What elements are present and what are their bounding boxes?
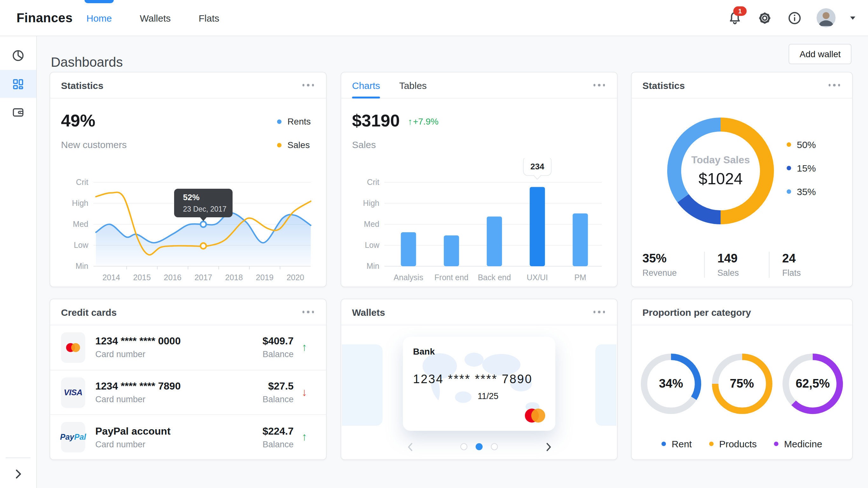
card-menu-button[interactable] [301, 81, 315, 90]
svg-text:High: High [363, 199, 379, 208]
sidebar-item-wallets[interactable] [0, 98, 36, 126]
card-info: PayPal account Card number [95, 425, 170, 449]
legend-dot [774, 441, 778, 446]
teams-bar-chart[interactable]: CritHighMedLowMinAnalysisFront endBack e… [351, 158, 606, 284]
chevron-left-icon [407, 442, 413, 452]
profile-dropdown-caret[interactable] [850, 16, 855, 20]
tab-charts[interactable]: Charts [352, 72, 380, 98]
dashboard-grid-icon [11, 77, 25, 91]
card-header: Charts Tables [341, 72, 617, 98]
bank-name: Bank [413, 346, 545, 357]
rents-sales-line-chart[interactable]: CritHighMedLowMin20142015201620172018201… [60, 176, 314, 284]
svg-text:Med: Med [73, 219, 88, 228]
stat-label: Sales [717, 268, 763, 278]
card-number: 1234 **** **** 7890 [95, 380, 181, 392]
carousel-next-card[interactable] [595, 344, 616, 426]
nav-tab-flats[interactable]: Flats [198, 0, 219, 36]
legend-label: Sales [287, 140, 310, 150]
legend-item-medicine: Medicine [774, 438, 822, 449]
bank-card[interactable]: Bank 1234 **** **** 7890 11/25 [403, 337, 555, 431]
navbar-actions: 1 [727, 0, 855, 36]
ring-value: 62,5% [782, 353, 843, 414]
main-content: Dashboards Add wallet Statistics 49% New… [36, 36, 868, 488]
credit-card-row-mastercard[interactable]: 1234 **** **** 0000 Card number $409.7 B… [50, 325, 326, 369]
add-wallet-button[interactable]: Add wallet [789, 44, 851, 64]
legend-dot [787, 142, 791, 147]
ellipsis-icon [593, 311, 595, 313]
legend-item-products: Products [709, 438, 756, 449]
card-header: Credit cards [50, 299, 326, 325]
card-header: Statistics [50, 72, 326, 98]
stat-label: Revenue [643, 268, 698, 278]
carousel-next-button[interactable] [541, 439, 556, 454]
ring-rent[interactable]: 34% [641, 353, 702, 414]
balance-label: Balance [262, 350, 293, 359]
legend-label: 15% [797, 163, 816, 174]
card-info: 1234 **** **** 0000 Card number [95, 336, 181, 359]
card-body: 34% 75% 62,5% Rent [631, 325, 852, 459]
today-sales-donut[interactable]: Today Sales $1024 [660, 111, 781, 231]
notifications-button[interactable]: 1 [727, 10, 742, 25]
card-header: Proportion per category [631, 299, 852, 325]
stat-sales: 149 Sales [704, 252, 769, 278]
carousel-prev-card[interactable] [342, 344, 382, 426]
sales-value: $3190 [352, 111, 400, 131]
carousel-dot[interactable] [460, 443, 467, 450]
legend-dot [787, 189, 791, 194]
svg-text:2017: 2017 [194, 273, 212, 282]
carousel-dot[interactable] [491, 443, 498, 450]
sidebar-expand-button[interactable] [0, 466, 36, 482]
carousel-prev-button[interactable] [402, 439, 417, 454]
ring-products[interactable]: 75% [711, 353, 772, 414]
legend-label: Rent [672, 438, 692, 449]
user-avatar[interactable] [816, 8, 836, 27]
card-title: Wallets [352, 307, 385, 317]
card-body: $3190 ↑ +7.9% Sales CritHighMedLowMinAna… [341, 98, 617, 286]
credit-card-row-paypal[interactable]: PayPal PayPal account Card number $224.7… [50, 415, 326, 459]
stat-revenue: 35% Revenue [643, 252, 704, 278]
visa-logo: VISA [61, 377, 85, 407]
sales-delta: ↑ +7.9% [408, 116, 438, 126]
card-menu-button[interactable] [592, 307, 606, 317]
stat-value: 149 [717, 252, 763, 266]
info-button[interactable] [787, 10, 802, 25]
legend-label: 35% [797, 186, 816, 197]
card-header: Wallets [341, 299, 617, 325]
tab-label: Tables [399, 80, 427, 91]
svg-text:Back end: Back end [478, 273, 511, 282]
balance-value: $27.5 [262, 380, 293, 392]
svg-text:Low: Low [74, 241, 89, 249]
sidebar-item-dashboards[interactable] [0, 70, 36, 98]
svg-text:2019: 2019 [256, 273, 274, 282]
category-rings: 34% 75% 62,5% [641, 353, 843, 414]
svg-text:Crit: Crit [76, 178, 88, 186]
finance-dashboard-app: Finances Home Wallets Flats 1 [0, 0, 868, 488]
trend-arrow-icon: ↓ [293, 386, 315, 399]
donut-chart [660, 111, 781, 231]
carousel-dot[interactable] [476, 443, 483, 450]
balance-value: $409.7 [262, 336, 293, 347]
pie-chart-icon [11, 49, 25, 62]
settings-button[interactable] [757, 10, 772, 25]
proportion-legend: Rent Products Medicine [631, 438, 852, 449]
tab-tables[interactable]: Tables [399, 72, 427, 98]
legend-dot [277, 119, 282, 124]
wallets-card: Wallets [341, 299, 618, 460]
card-menu-button[interactable] [827, 81, 841, 90]
ring-medicine[interactable]: 62,5% [782, 353, 843, 414]
top-navbar: Finances Home Wallets Flats 1 [0, 0, 868, 36]
nav-tab-wallets[interactable]: Wallets [140, 0, 170, 36]
card-title: Statistics [643, 80, 685, 91]
card-menu-button[interactable] [592, 81, 606, 90]
legend-item-rent: Rent [661, 438, 692, 449]
credit-card-row-visa[interactable]: VISA 1234 **** **** 7890 Card number $27… [50, 369, 326, 414]
svg-text:23 Dec, 2017: 23 Dec, 2017 [183, 205, 226, 213]
nav-tab-home[interactable]: Home [86, 0, 112, 36]
svg-text:52%: 52% [183, 192, 199, 202]
card-menu-button[interactable] [301, 307, 315, 317]
ring-value: 75% [711, 353, 772, 414]
notification-badge: 1 [733, 6, 747, 16]
charts-tables-card: Charts Tables $3190 ↑ +7.9% Sales CritHi… [341, 72, 618, 287]
svg-text:Med: Med [364, 219, 379, 228]
sidebar-item-analytics[interactable] [0, 41, 36, 69]
